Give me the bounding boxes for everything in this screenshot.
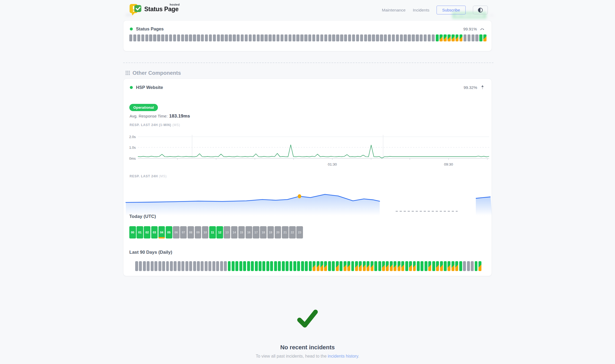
hour-block[interactable]: 09 (195, 226, 201, 238)
uptime-bar[interactable] (436, 261, 439, 271)
uptime-bar[interactable] (285, 34, 287, 41)
uptime-bar[interactable] (135, 261, 138, 271)
uptime-bar[interactable] (398, 261, 400, 271)
hour-block[interactable]: 22 (289, 226, 296, 238)
uptime-bar[interactable] (309, 261, 312, 271)
uptime-bar[interactable] (212, 261, 215, 271)
hour-block[interactable]: 01 (137, 226, 143, 238)
uptime-bar[interactable] (139, 261, 142, 271)
uptime-bar[interactable] (145, 34, 148, 41)
uptime-bar[interactable] (409, 261, 412, 271)
uptime-bar[interactable] (479, 34, 482, 41)
uptime-bar[interactable] (420, 34, 423, 41)
uptime-bar[interactable] (392, 34, 395, 41)
uptime-bar[interactable] (216, 261, 219, 271)
uptime-bar[interactable] (447, 34, 450, 41)
uptime-bar[interactable] (443, 34, 446, 41)
uptime-bar[interactable] (293, 261, 296, 271)
uptime-bar[interactable] (197, 34, 200, 41)
hour-block[interactable]: 13 (224, 226, 230, 238)
uptime-bar[interactable] (340, 261, 342, 271)
uptime-bar[interactable] (355, 261, 358, 271)
uptime-bar[interactable] (364, 34, 367, 41)
uptime-bar[interactable] (428, 261, 431, 271)
uptime-bar[interactable] (425, 261, 427, 271)
uptime-bar[interactable] (471, 261, 474, 271)
uptime-bar[interactable] (344, 34, 347, 41)
uptime-bar[interactable] (467, 261, 470, 271)
uptime-bar[interactable] (193, 34, 196, 41)
uptime-bar[interactable] (297, 261, 300, 271)
uptime-bar[interactable] (324, 261, 327, 271)
uptime-bar[interactable] (394, 261, 396, 271)
uptime-bar[interactable] (459, 261, 462, 271)
uptime-bar[interactable] (372, 34, 375, 41)
uptime-bar[interactable] (266, 261, 269, 271)
uptime-bar[interactable] (360, 34, 363, 41)
uptime-bar[interactable] (367, 261, 369, 271)
hour-block[interactable]: 10 (202, 226, 209, 238)
uptime-bar[interactable] (181, 261, 184, 271)
uptime-bar[interactable] (181, 34, 184, 41)
uptime-bar[interactable] (332, 34, 335, 41)
hour-block[interactable]: 20 (275, 226, 281, 238)
trend-up-arrow-icon[interactable] (480, 85, 485, 90)
uptime-bar[interactable] (224, 261, 227, 271)
uptime-bar[interactable] (475, 261, 478, 271)
uptime-bar[interactable] (286, 261, 289, 271)
hour-block[interactable]: 04 (158, 226, 165, 238)
uptime-bar[interactable] (388, 34, 391, 41)
hour-block[interactable]: 12 (216, 226, 223, 238)
uptime-bar[interactable] (464, 34, 466, 41)
uptime-bar[interactable] (328, 261, 331, 271)
hour-block[interactable]: 21 (282, 226, 289, 238)
uptime-bar[interactable] (247, 261, 250, 271)
uptime-bar[interactable] (235, 261, 238, 271)
uptime-bar[interactable] (336, 261, 339, 271)
uptime-bar[interactable] (143, 261, 146, 271)
nav-maintenance[interactable]: Maintenance (382, 8, 406, 13)
uptime-bar[interactable] (483, 34, 486, 41)
uptime-bar[interactable] (386, 261, 389, 271)
uptime-bar[interactable] (270, 261, 273, 271)
incidents-history-link[interactable]: incidents history (328, 354, 358, 358)
uptime-bar[interactable] (129, 34, 132, 41)
uptime-bar[interactable] (312, 34, 315, 41)
uptime-bar[interactable] (278, 261, 281, 271)
hour-block[interactable]: 17 (253, 226, 259, 238)
uptime-bar[interactable] (468, 34, 470, 41)
uptime-bar[interactable] (404, 34, 407, 41)
uptime-bar[interactable] (340, 34, 343, 41)
refresh-icon[interactable] (480, 27, 485, 31)
uptime-bar[interactable] (220, 261, 223, 271)
uptime-bar[interactable] (432, 261, 435, 271)
uptime-bar[interactable] (455, 261, 458, 271)
uptime-bar[interactable] (233, 34, 236, 41)
uptime-bar[interactable] (363, 261, 366, 271)
uptime-bar[interactable] (197, 261, 200, 271)
uptime-bar[interactable] (352, 34, 355, 41)
uptime-bar[interactable] (141, 34, 144, 41)
hour-block[interactable]: 06 (173, 226, 180, 238)
uptime-bar[interactable] (213, 34, 216, 41)
uptime-bar[interactable] (251, 261, 254, 271)
hour-block[interactable]: 15 (238, 226, 245, 238)
uptime-bar[interactable] (451, 261, 454, 271)
hour-block[interactable]: 11 (209, 226, 216, 238)
uptime-bar[interactable] (316, 34, 319, 41)
uptime-bar[interactable] (290, 261, 293, 271)
uptime-bar[interactable] (428, 34, 431, 41)
uptime-bar[interactable] (260, 34, 263, 41)
uptime-bar[interactable] (344, 261, 347, 271)
uptime-bar[interactable] (447, 261, 450, 271)
hour-block[interactable]: 14 (231, 226, 238, 238)
uptime-bar[interactable] (408, 34, 411, 41)
uptime-bar[interactable] (189, 261, 192, 271)
uptime-bar[interactable] (157, 34, 160, 41)
uptime-bar[interactable] (209, 34, 212, 41)
uptime-bar[interactable] (170, 261, 173, 271)
uptime-bar[interactable] (201, 34, 204, 41)
uptime-bar[interactable] (451, 34, 454, 41)
uptime-bar[interactable] (133, 34, 136, 41)
uptime-bar[interactable] (376, 34, 379, 41)
